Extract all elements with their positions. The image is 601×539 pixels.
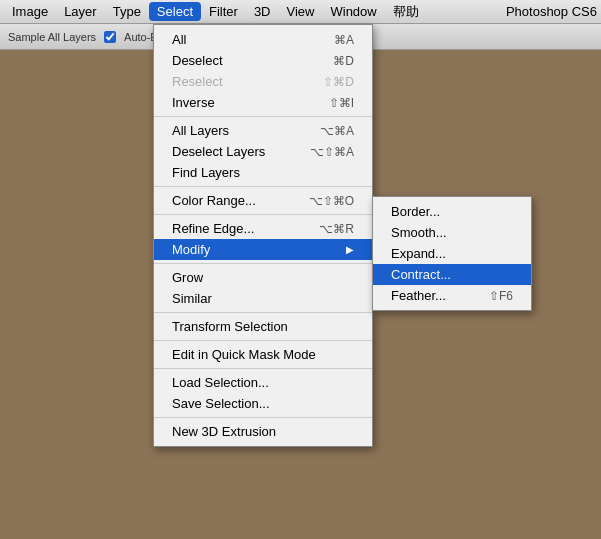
menu-item-inverse[interactable]: Inverse ⇧⌘I — [154, 92, 372, 113]
menu-view[interactable]: View — [279, 2, 323, 21]
menu-item-color-range[interactable]: Color Range... ⌥⇧⌘O — [154, 190, 372, 211]
menu-window[interactable]: Window — [322, 2, 384, 21]
menu-item-save-selection[interactable]: Save Selection... — [154, 393, 372, 414]
menu-item-refine-edge[interactable]: Refine Edge... ⌥⌘R — [154, 218, 372, 239]
submenu-item-feather[interactable]: Feather... ⇧F6 — [373, 285, 531, 306]
menu-item-all-layers[interactable]: All Layers ⌥⌘A — [154, 120, 372, 141]
menu-help[interactable]: 帮助 — [385, 1, 427, 23]
menu-layer[interactable]: Layer — [56, 2, 105, 21]
separator-7 — [154, 368, 372, 369]
select-menu: All ⌘A Deselect ⌘D Reselect ⇧⌘D Inverse … — [153, 24, 373, 447]
submenu-item-border[interactable]: Border... — [373, 201, 531, 222]
submenu-item-smooth[interactable]: Smooth... — [373, 222, 531, 243]
separator-1 — [154, 116, 372, 117]
menu-item-load-selection[interactable]: Load Selection... — [154, 372, 372, 393]
menu-item-deselect-layers[interactable]: Deselect Layers ⌥⇧⌘A — [154, 141, 372, 162]
separator-2 — [154, 186, 372, 187]
app-title: Photoshop CS6 — [506, 4, 597, 19]
menu-item-all[interactable]: All ⌘A — [154, 29, 372, 50]
separator-4 — [154, 263, 372, 264]
menu-3d[interactable]: 3D — [246, 2, 279, 21]
auto-enhance-checkbox[interactable] — [104, 31, 116, 43]
menu-item-quick-mask[interactable]: Edit in Quick Mask Mode — [154, 344, 372, 365]
sample-layers-label: Sample All Layers — [8, 31, 96, 43]
menu-filter[interactable]: Filter — [201, 2, 246, 21]
menu-item-deselect[interactable]: Deselect ⌘D — [154, 50, 372, 71]
menu-image[interactable]: Image — [4, 2, 56, 21]
menu-item-modify[interactable]: Modify ▶ — [154, 239, 372, 260]
menu-item-new-3d[interactable]: New 3D Extrusion — [154, 421, 372, 442]
menu-item-transform-selection[interactable]: Transform Selection — [154, 316, 372, 337]
submenu-item-expand[interactable]: Expand... — [373, 243, 531, 264]
modify-submenu: Border... Smooth... Expand... Contract..… — [372, 196, 532, 311]
menu-item-find-layers[interactable]: Find Layers — [154, 162, 372, 183]
menubar: Image Layer Type Select Filter 3D View W… — [0, 0, 601, 24]
submenu-arrow-icon: ▶ — [346, 244, 354, 255]
separator-3 — [154, 214, 372, 215]
menu-item-grow[interactable]: Grow — [154, 267, 372, 288]
menu-item-similar[interactable]: Similar — [154, 288, 372, 309]
menu-type[interactable]: Type — [105, 2, 149, 21]
menu-select[interactable]: Select — [149, 2, 201, 21]
submenu-item-contract[interactable]: Contract... — [373, 264, 531, 285]
separator-8 — [154, 417, 372, 418]
menu-item-reselect: Reselect ⇧⌘D — [154, 71, 372, 92]
separator-5 — [154, 312, 372, 313]
separator-6 — [154, 340, 372, 341]
